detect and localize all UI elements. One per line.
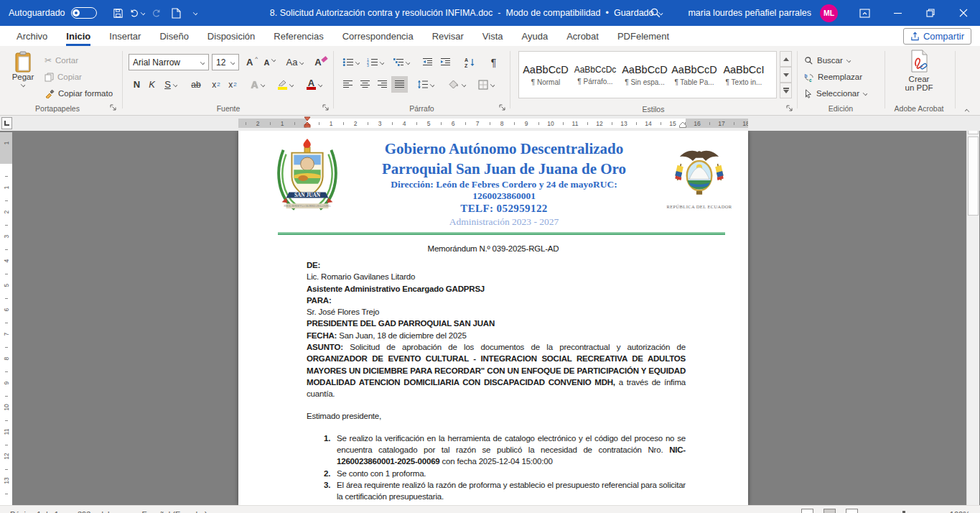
style-card[interactable]: AaBbCcDc¶ Párrafo...	[571, 55, 619, 95]
save-button[interactable]	[108, 2, 128, 24]
search-icon[interactable]	[650, 7, 661, 19]
left-indent-marker[interactable]	[304, 116, 311, 128]
borders-button[interactable]	[474, 76, 498, 93]
tab-acrobat[interactable]: Acrobat	[557, 26, 608, 46]
close-button[interactable]	[947, 0, 980, 26]
tab-ayuda[interactable]: Ayuda	[512, 26, 557, 46]
horizontal-ruler[interactable]: 12345678910111213141516171821	[238, 119, 748, 128]
format-painter-button[interactable]: Copiar formato	[45, 86, 113, 101]
web-layout-button[interactable]	[846, 509, 858, 513]
saved-status[interactable]: Guardado	[614, 8, 654, 18]
grow-font-button[interactable]: A^	[243, 54, 261, 70]
style-card[interactable]: AaBbCcD¶ Sin espa...	[621, 55, 668, 95]
tab-archivo[interactable]: Archivo	[7, 26, 57, 46]
find-button[interactable]: Buscar	[804, 52, 851, 68]
avatar[interactable]: ML	[820, 4, 838, 22]
cut-button[interactable]: ✂ Cortar	[45, 52, 78, 68]
user-name[interactable]: maria lourdes peñafiel parrales	[688, 8, 811, 18]
chevron-down-icon	[405, 60, 409, 64]
restore-button[interactable]	[914, 0, 947, 26]
underline-button[interactable]: S	[159, 76, 182, 93]
zoom-level[interactable]: 100%	[950, 510, 970, 513]
tab-correspondencia[interactable]: Correspondencia	[333, 26, 423, 46]
paragraph-dialog-launcher-icon[interactable]	[498, 103, 506, 111]
highlight-button[interactable]	[274, 76, 298, 93]
style-card[interactable]: AaBbCcI¶ Texto in...	[720, 55, 767, 95]
print-layout-button[interactable]	[823, 509, 836, 513]
collapse-ribbon-button[interactable]	[965, 103, 969, 116]
align-right-button[interactable]	[374, 76, 391, 93]
replace-button[interactable]: bc Reemplazar	[804, 69, 862, 85]
styles-scroll-up-button[interactable]	[780, 51, 792, 67]
select-button[interactable]: Seleccionar	[804, 86, 867, 101]
show-marks-button[interactable]: ¶	[485, 54, 502, 70]
justify-icon	[394, 80, 405, 89]
tab-selector[interactable]	[1, 117, 12, 129]
style-card[interactable]: AaBbCcD¶ Table Pa...	[671, 55, 718, 95]
share-button[interactable]: Compartir	[903, 28, 971, 45]
document-page[interactable]: SAN JUAN POR EL HONOR Y LA GRANDEZA DE L…	[238, 131, 748, 505]
create-pdf-label-2: un PDF	[905, 83, 933, 92]
font-name-combobox[interactable]: Arial Narrow	[129, 54, 209, 70]
shading-button[interactable]	[445, 76, 470, 93]
font-color-button[interactable]: A	[302, 76, 327, 93]
memo-body[interactable]: DE:Lic. Romario Gavilanes LitardoAsisten…	[307, 259, 686, 513]
tab-vista[interactable]: Vista	[473, 26, 513, 46]
sort-button[interactable]: AZ	[459, 54, 481, 70]
customize-qat-button[interactable]	[186, 2, 205, 24]
ruler-tick	[538, 122, 539, 125]
undo-button[interactable]	[128, 2, 147, 24]
styles-gallery-more-button[interactable]	[780, 83, 792, 98]
tab-pdfelement[interactable]: PDFelement	[608, 26, 678, 46]
create-pdf-button[interactable]: Crear un PDF	[890, 50, 948, 92]
multilevel-list-button[interactable]	[388, 54, 414, 70]
align-left-button[interactable]	[340, 76, 356, 93]
numbering-button[interactable]: 123	[363, 54, 387, 70]
styles-scroll-down-button[interactable]	[780, 67, 792, 83]
redo-button[interactable]	[147, 2, 167, 24]
style-card[interactable]: AaBbCcD¶ Normal	[522, 55, 569, 95]
decrease-indent-button[interactable]	[419, 54, 436, 70]
tab-diseño[interactable]: Diseño	[150, 26, 197, 46]
ribbon-display-options-button[interactable]	[848, 0, 881, 26]
tab-insertar[interactable]: Insertar	[100, 26, 150, 46]
justify-button[interactable]	[391, 76, 408, 93]
subscript-button[interactable]: x2	[208, 76, 224, 93]
paste-button[interactable]: Pegar	[6, 50, 40, 103]
tab-referencias[interactable]: Referencias	[264, 26, 332, 46]
font-size-combobox[interactable]: 12	[212, 54, 239, 70]
zoom-slider-knob[interactable]	[902, 511, 905, 513]
ruler-number: 18	[742, 120, 748, 127]
read-mode-button[interactable]	[801, 509, 813, 513]
clipboard-dialog-launcher-icon[interactable]	[109, 103, 117, 111]
vertical-scrollbar[interactable]	[966, 119, 979, 505]
shrink-font-button[interactable]: A	[261, 54, 279, 70]
styles-dialog-launcher-icon[interactable]	[785, 104, 793, 112]
strikethrough-button[interactable]: ab	[187, 76, 205, 93]
vertical-ruler[interactable]: 123456789101112131	[0, 132, 12, 505]
tab-inicio[interactable]: Inicio	[57, 26, 100, 46]
chevron-down-icon	[863, 91, 867, 96]
bullets-button[interactable]	[340, 54, 362, 70]
minimize-button[interactable]	[881, 0, 914, 26]
scrollbar-thumb[interactable]	[968, 137, 979, 216]
autosave-toggle[interactable]	[71, 7, 97, 19]
tab-disposición[interactable]: Disposición	[198, 26, 264, 46]
new-document-button[interactable]	[167, 2, 186, 24]
align-center-button[interactable]	[357, 76, 373, 93]
change-case-button[interactable]: Aa	[283, 54, 307, 70]
bold-button[interactable]: N	[129, 76, 144, 93]
line-spacing-button[interactable]	[414, 76, 438, 93]
text-effects-button[interactable]: A	[246, 76, 269, 93]
superscript-button[interactable]: x2	[225, 76, 241, 93]
increase-indent-button[interactable]	[437, 54, 454, 70]
tab-revisar[interactable]: Revisar	[423, 26, 473, 46]
copy-button[interactable]: Copiar	[45, 69, 82, 85]
right-indent-marker[interactable]	[679, 122, 686, 128]
italic-button[interactable]: K	[145, 76, 159, 93]
clear-formatting-button[interactable]: A	[312, 54, 330, 70]
font-dialog-launcher-icon[interactable]	[322, 103, 330, 111]
status-item[interactable]: 393 palabras	[78, 510, 123, 513]
status-item[interactable]: Español (Ecuador)	[142, 510, 207, 513]
status-item[interactable]: Página 1 de 1	[10, 510, 59, 513]
